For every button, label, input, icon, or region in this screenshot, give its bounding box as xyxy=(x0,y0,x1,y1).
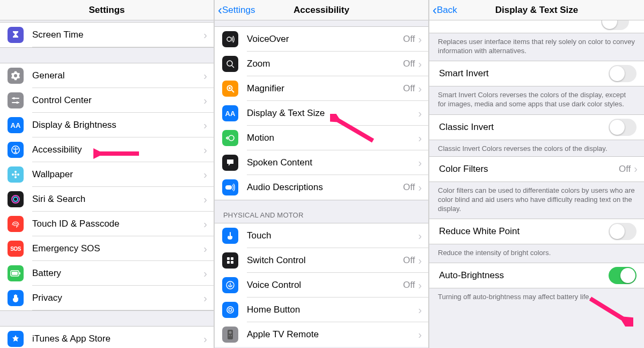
back-button[interactable]: ‹Settings xyxy=(215,4,255,17)
textsize-icon: AA xyxy=(222,105,238,121)
back-button[interactable]: ‹Back xyxy=(429,4,457,17)
row-label: Siri & Search xyxy=(32,194,203,205)
row-label: Accessibility xyxy=(32,144,203,155)
svg-rect-28 xyxy=(227,261,230,264)
row-audio-descriptions[interactable]: Audio Descriptions Off › xyxy=(215,175,428,200)
row-voiceover[interactable]: VoiceOver Off › xyxy=(215,27,428,52)
toggle-switch-partial[interactable] xyxy=(601,20,629,30)
chevron-right-icon: › xyxy=(203,119,214,132)
row-label: Wallpaper xyxy=(32,169,203,180)
row-label: Voice Control xyxy=(247,280,403,291)
siri-icon xyxy=(8,191,24,207)
row-label: Control Center xyxy=(32,95,203,106)
row-accessibility[interactable]: Accessibility › xyxy=(0,137,214,162)
row-smart-invert[interactable]: Smart Invert xyxy=(429,61,644,86)
svg-point-6 xyxy=(14,173,17,176)
chevron-right-icon: › xyxy=(203,243,214,255)
row-label: Spoken Content xyxy=(247,157,418,168)
row-apple-tv-remote[interactable]: Apple TV Remote › xyxy=(215,322,428,347)
svg-point-8 xyxy=(14,176,17,178)
row-zoom[interactable]: Zoom Off › xyxy=(215,52,428,76)
row-spoken-content[interactable]: Spoken Content › xyxy=(215,150,428,175)
toggle-switch[interactable] xyxy=(609,65,636,82)
svg-point-35 xyxy=(229,335,230,336)
back-label: Back xyxy=(437,5,457,16)
row-label: Auto-Brightness xyxy=(439,270,609,281)
appstore-icon xyxy=(8,331,24,347)
row-touch[interactable]: Touch › xyxy=(215,223,428,248)
row-label: Color Filters xyxy=(439,164,619,175)
row-value: Off xyxy=(619,164,631,175)
chevron-left-icon: ‹ xyxy=(218,4,222,17)
chevron-right-icon: › xyxy=(418,230,428,242)
svg-point-31 xyxy=(227,307,233,313)
row-privacy[interactable]: Privacy › xyxy=(0,286,214,310)
svg-rect-14 xyxy=(19,272,20,274)
svg-point-36 xyxy=(231,335,232,336)
chevron-right-icon: › xyxy=(418,33,428,46)
row-home-button[interactable]: Home Button › xyxy=(215,298,428,322)
hand-icon xyxy=(8,290,24,306)
row-auto-brightness[interactable]: Auto-Brightness xyxy=(429,263,644,288)
row-label: Classic Invert xyxy=(439,122,609,133)
page-title: Display & Text Size xyxy=(429,5,644,16)
section-footer: Smart Invert Colors reverses the colors … xyxy=(429,86,644,114)
row-display-brightness[interactable]: AA Display & Brightness › xyxy=(0,113,214,137)
row-color-filters[interactable]: Color Filters Off › xyxy=(429,157,644,182)
back-label: Settings xyxy=(222,5,255,16)
chevron-right-icon: › xyxy=(203,95,214,107)
chevron-left-icon: ‹ xyxy=(433,4,437,17)
toggle-switch[interactable] xyxy=(609,119,636,136)
toggle-switch[interactable] xyxy=(609,267,636,284)
sos-icon: SOS xyxy=(8,241,24,257)
row-general[interactable]: General › xyxy=(0,63,214,88)
svg-point-9 xyxy=(12,173,14,176)
row-label: Magnifier xyxy=(247,83,403,94)
toggle-switch[interactable] xyxy=(609,223,636,240)
row-voice-control[interactable]: Voice Control Off › xyxy=(215,273,428,298)
motion-icon xyxy=(222,130,238,146)
row-battery[interactable]: Battery › xyxy=(0,261,214,286)
svg-rect-27 xyxy=(231,257,233,260)
pane-settings: Settings Screen Time › General › xyxy=(0,0,215,348)
row-label: Smart Invert xyxy=(439,68,609,79)
row-emergency-sos[interactable]: SOS Emergency SOS › xyxy=(0,236,214,261)
navbar: ‹Settings Accessibility xyxy=(215,0,428,20)
section-footer: Turning off auto-brightness may affect b… xyxy=(429,288,644,307)
row-wallpaper[interactable]: Wallpaper › xyxy=(0,162,214,187)
row-classic-invert[interactable]: Classic Invert xyxy=(429,115,644,140)
navbar: Settings xyxy=(0,0,214,20)
chevron-right-icon: › xyxy=(203,144,214,156)
row-screen-time[interactable]: Screen Time › xyxy=(0,23,214,47)
chevron-right-icon: › xyxy=(418,58,428,70)
row-value: Off xyxy=(403,255,415,266)
row-control-center[interactable]: Control Center › xyxy=(0,88,214,113)
audio-description-icon xyxy=(222,179,238,195)
row-magnifier[interactable]: Magnifier Off › xyxy=(215,76,428,101)
chevron-right-icon: › xyxy=(418,279,428,292)
textsize-icon: AA xyxy=(8,117,24,133)
svg-rect-15 xyxy=(12,272,18,275)
chevron-right-icon: › xyxy=(203,333,214,345)
chevron-right-icon: › xyxy=(203,218,214,230)
row-display-text-size[interactable]: AA Display & Text Size › xyxy=(215,101,428,126)
magnifier-icon xyxy=(222,81,238,97)
svg-line-21 xyxy=(232,90,234,92)
row-motion[interactable]: Motion › xyxy=(215,126,428,150)
svg-rect-32 xyxy=(229,309,232,311)
svg-rect-26 xyxy=(227,257,230,260)
chevron-right-icon: › xyxy=(418,304,428,316)
row-switch-control[interactable]: Switch Control Off › xyxy=(215,248,428,273)
row-touchid-passcode[interactable]: Touch ID & Passcode › xyxy=(0,212,214,236)
row-itunes-appstore[interactable]: iTunes & App Store › xyxy=(0,327,214,348)
row-reduce-white-point[interactable]: Reduce White Point xyxy=(429,219,644,244)
svg-point-18 xyxy=(227,61,232,66)
row-value: Off xyxy=(403,34,415,45)
row-siri-search[interactable]: Siri & Search › xyxy=(0,187,214,212)
row-label: iTunes & App Store xyxy=(32,334,203,344)
chevron-right-icon: › xyxy=(203,193,214,206)
row-label: Screen Time xyxy=(32,30,203,40)
svg-line-19 xyxy=(232,66,234,68)
speech-bubble-icon xyxy=(222,155,238,171)
row-label: Display & Brightness xyxy=(32,120,203,130)
